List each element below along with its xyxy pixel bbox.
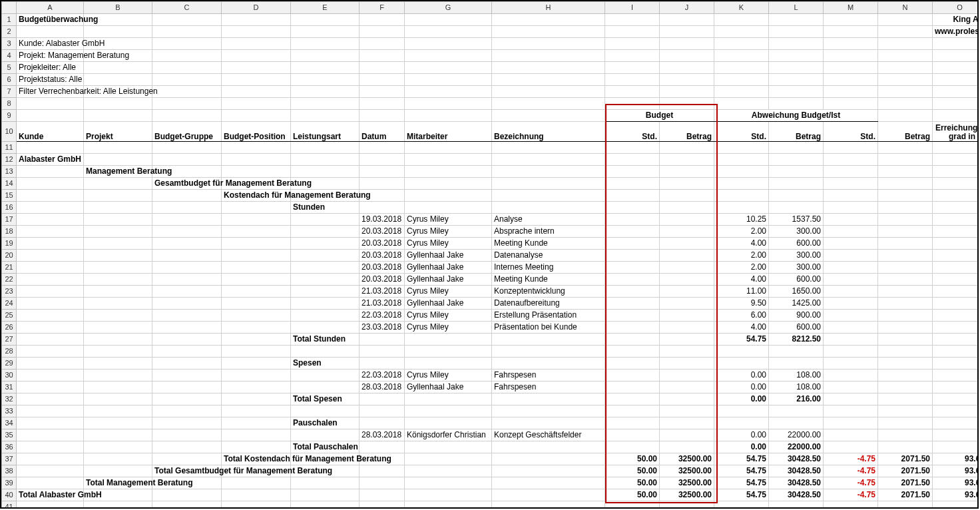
cell[interactable] (84, 429, 152, 441)
cell[interactable]: 54.75 (714, 453, 769, 465)
cell[interactable]: Cyrus Miley (405, 238, 492, 250)
cell[interactable] (152, 286, 222, 298)
cell[interactable]: 28.03.2018 (360, 429, 405, 441)
cell[interactable] (84, 501, 152, 509)
cell[interactable]: -4.75 (824, 453, 878, 465)
cell[interactable] (933, 178, 979, 190)
cell[interactable] (933, 238, 979, 250)
cell[interactable] (605, 166, 660, 178)
cell[interactable] (222, 286, 291, 298)
cell[interactable] (878, 322, 933, 334)
col-C[interactable]: C (152, 2, 222, 14)
cell[interactable] (878, 441, 933, 453)
cell[interactable] (660, 190, 714, 202)
cell[interactable] (714, 417, 769, 429)
cell[interactable]: King AG (933, 14, 979, 26)
cell[interactable]: Cyrus Miley (405, 310, 492, 322)
row-15[interactable]: 15Kostendach für Management Beratung (2, 190, 979, 202)
cell[interactable] (878, 501, 933, 509)
cell[interactable]: 4.00 (714, 238, 769, 250)
cell[interactable] (878, 358, 933, 370)
cell[interactable] (492, 501, 605, 509)
cell[interactable] (492, 489, 605, 501)
cell[interactable] (933, 50, 979, 62)
cell[interactable]: 32500.00 (660, 489, 714, 501)
cell[interactable] (152, 214, 222, 226)
cell[interactable] (84, 370, 152, 382)
cell[interactable]: 108.00 (769, 370, 824, 382)
cell[interactable] (405, 477, 492, 489)
cell[interactable]: 0.00 (714, 382, 769, 393)
cell[interactable] (152, 405, 222, 417)
cell[interactable] (152, 441, 222, 453)
cell[interactable] (933, 262, 979, 274)
cell[interactable] (605, 98, 660, 110)
row-num[interactable]: 23 (2, 286, 17, 298)
cell[interactable] (360, 154, 405, 166)
cell[interactable] (714, 358, 769, 370)
cell[interactable] (605, 202, 660, 214)
cell[interactable] (492, 74, 605, 86)
cell[interactable] (291, 50, 360, 62)
cell[interactable] (222, 38, 291, 50)
row-31[interactable]: 3128.03.2018Gyllenhaal JakeFahrspesen0.0… (2, 382, 979, 393)
cell[interactable] (84, 358, 152, 370)
cell[interactable]: Total Pauschalen (291, 441, 360, 453)
row-18[interactable]: 1820.03.2018Cyrus MileyAbsprache intern2… (2, 226, 979, 238)
row-num[interactable]: 14 (2, 178, 17, 190)
cell[interactable]: -4.75 (824, 465, 878, 477)
cell[interactable]: Gyllenhaal Jake (405, 262, 492, 274)
cell[interactable] (878, 370, 933, 382)
cell[interactable]: 300.00 (769, 262, 824, 274)
cell[interactable] (714, 166, 769, 178)
cell[interactable] (405, 190, 492, 202)
cell[interactable]: Datenaufbereitung (492, 298, 605, 310)
row-num[interactable]: 30 (2, 370, 17, 382)
cell[interactable] (660, 142, 714, 154)
cell[interactable] (152, 501, 222, 509)
cell[interactable]: 2071.50 (878, 477, 933, 489)
cell[interactable] (660, 214, 714, 226)
cell[interactable] (878, 238, 933, 250)
cell[interactable]: Std. (714, 122, 769, 142)
cell[interactable] (660, 86, 714, 98)
cell[interactable]: 28.03.2018 (360, 382, 405, 393)
row-num[interactable]: 39 (2, 477, 17, 489)
cell[interactable] (824, 441, 878, 453)
cell[interactable]: -4.75 (824, 489, 878, 501)
cell[interactable] (291, 405, 360, 417)
cell[interactable] (152, 190, 222, 202)
cell[interactable] (605, 74, 660, 86)
cell[interactable] (878, 250, 933, 262)
cell[interactable] (605, 405, 660, 417)
cell[interactable] (17, 110, 84, 122)
cell[interactable] (17, 346, 84, 358)
cell[interactable]: 2.00 (714, 250, 769, 262)
cell[interactable]: Meeting Kunde (492, 238, 605, 250)
cell[interactable] (152, 26, 222, 38)
cell[interactable] (824, 286, 878, 298)
cell[interactable] (769, 26, 824, 38)
cell[interactable] (405, 405, 492, 417)
cell[interactable] (824, 417, 878, 429)
cell[interactable] (878, 334, 933, 346)
cell[interactable] (492, 166, 605, 178)
cell[interactable] (152, 14, 222, 26)
row-num[interactable]: 10 (2, 122, 17, 142)
cell[interactable] (222, 310, 291, 322)
cell[interactable] (660, 50, 714, 62)
cell[interactable] (405, 334, 492, 346)
cell[interactable] (291, 238, 360, 250)
cell[interactable] (824, 62, 878, 74)
row-num[interactable]: 25 (2, 310, 17, 322)
cell[interactable] (17, 178, 84, 190)
cell[interactable] (405, 166, 492, 178)
cell[interactable] (17, 310, 84, 322)
row-num[interactable]: 33 (2, 405, 17, 417)
cell[interactable] (492, 190, 605, 202)
cell[interactable] (933, 346, 979, 358)
cell[interactable] (17, 202, 84, 214)
cell[interactable] (660, 238, 714, 250)
cell[interactable] (605, 370, 660, 382)
cell[interactable] (492, 477, 605, 489)
